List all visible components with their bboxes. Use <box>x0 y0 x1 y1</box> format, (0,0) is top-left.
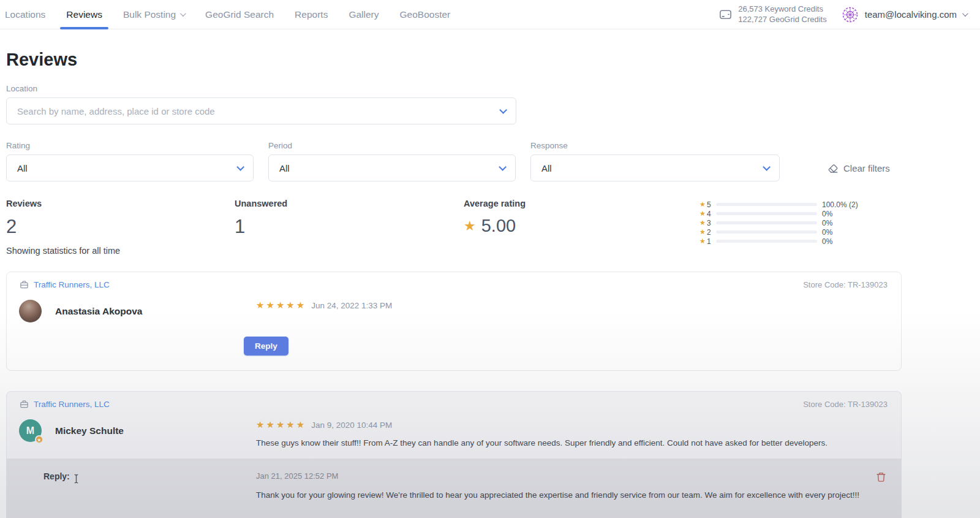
response-select[interactable]: All <box>530 154 780 181</box>
histogram-percent: 0% <box>822 210 832 218</box>
reviews-stat: Reviews 2 Showing statistics for all tim… <box>6 199 235 256</box>
star-icon: ★ <box>698 219 707 227</box>
clear-filters-label: Clear filters <box>843 163 890 173</box>
star-icon: ★ <box>276 300 284 311</box>
briefcase-icon <box>20 400 29 409</box>
location-placeholder: Search by name, address, place id or sto… <box>17 106 215 116</box>
nav-tab-label: GeoGrid Search <box>205 9 274 20</box>
account-menu[interactable]: team@localviking.com <box>841 6 967 24</box>
reply-content: Jan 21, 2025 12:52 PM Thank you for your… <box>256 471 865 501</box>
histogram-star-count: 2 <box>707 228 713 237</box>
review-card: Traffic Runners, LLC Store Code: TR-1390… <box>6 272 902 371</box>
histogram-bar-track <box>716 212 817 215</box>
reviewer-name: Mickey Schulte <box>55 425 124 436</box>
stats-period-note: Showing statistics for all time <box>6 246 235 256</box>
chevron-down-icon <box>236 163 244 171</box>
star-icon: ★ <box>256 419 264 430</box>
period-value: All <box>279 163 290 173</box>
histogram-star-count: 5 <box>707 200 713 209</box>
rating-stars: ★★★★★ <box>256 300 304 311</box>
nav-tab-geobooster[interactable]: GeoBooster <box>400 0 451 29</box>
nav-right-cluster: 26,573 Keyword Credits 122,727 GeoGrid C… <box>718 4 980 25</box>
credits-wallet-icon <box>718 7 733 21</box>
review-date: Jan 9, 2020 10:44 PM <box>311 421 392 430</box>
eraser-icon <box>828 164 838 173</box>
rating-filter-group: Rating All <box>6 141 254 181</box>
keyword-credits: 26,573 Keyword Credits <box>738 4 827 15</box>
histogram-row: ★1 0% <box>698 237 902 246</box>
histogram-bar-track <box>716 203 817 206</box>
review-author: Anastasia Akopova <box>19 300 256 322</box>
location-search-input[interactable]: Search by name, address, place id or sto… <box>6 97 516 124</box>
filters-row: Rating All Period All Response All <box>6 141 902 181</box>
account-email: team@localviking.com <box>865 9 957 20</box>
top-navigation: Locations Reviews Bulk Posting GeoGrid S… <box>0 0 980 29</box>
reviewer-initial: M <box>26 425 34 436</box>
reviews-stat-label: Reviews <box>6 199 235 208</box>
histogram-percent: 0% <box>822 237 832 246</box>
unanswered-stat-label: Unanswered <box>235 199 464 208</box>
histogram-bar-track <box>716 230 817 234</box>
reply-date: Jan 21, 2025 12:52 PM <box>256 471 865 481</box>
reviews-page: Reviews Location Search by name, address… <box>6 29 902 518</box>
reviewer-avatar: M ★ <box>19 419 42 442</box>
nav-tab-reports[interactable]: Reports <box>295 0 328 29</box>
delete-reply-button[interactable] <box>876 471 886 484</box>
star-icon: ★ <box>698 237 707 245</box>
histogram-bar-track <box>716 221 817 224</box>
star-icon: ★ <box>698 200 707 208</box>
star-icon: ★ <box>296 300 304 311</box>
nav-tab-gallery[interactable]: Gallery <box>349 0 379 29</box>
review-body: Anastasia Akopova ★★★★★ Jun 24, 2022 1:3… <box>7 289 901 322</box>
reply-button[interactable]: Reply <box>244 337 288 356</box>
unanswered-stat: Unanswered 1 <box>235 199 464 238</box>
page-title: Reviews <box>6 29 902 70</box>
chevron-down-icon <box>763 163 771 171</box>
rating-value: All <box>17 163 28 173</box>
reply-section: Reply: Jan 21, 2025 12:52 PM Thank you f… <box>7 459 901 518</box>
nav-tab-reviews[interactable]: Reviews <box>66 0 102 29</box>
review-card-header: Traffic Runners, LLC Store Code: TR-1390… <box>7 272 901 289</box>
histogram-percent: 100.0% (2) <box>822 200 858 209</box>
review-content: ★★★★★ Jan 9, 2020 10:44 PM These guys kn… <box>256 419 888 449</box>
histogram-star-count: 1 <box>707 237 713 246</box>
review-body: M ★ Mickey Schulte ★★★★★ Jan 9, 2020 10:… <box>7 409 901 449</box>
nav-tab-label: Locations <box>5 9 45 20</box>
nav-tab-geogrid-search[interactable]: GeoGrid Search <box>205 0 274 29</box>
chevron-down-icon <box>499 163 507 171</box>
chevron-down-icon <box>180 10 186 17</box>
histogram-row: ★4 0% <box>698 209 902 218</box>
star-icon: ★ <box>698 210 707 218</box>
histogram-row: ★5 100.0% (2) <box>698 200 902 209</box>
star-icon: ★ <box>464 218 476 234</box>
reviewer-name: Anastasia Akopova <box>55 306 142 317</box>
average-rating-stat: Average rating ★ 5.00 <box>464 199 698 236</box>
rating-label: Rating <box>6 141 254 150</box>
business-link[interactable]: Traffic Runners, LLC <box>20 400 110 409</box>
text-cursor-icon <box>73 474 80 484</box>
histogram-row: ★3 0% <box>698 218 902 227</box>
average-rating-label: Average rating <box>464 199 698 208</box>
business-link[interactable]: Traffic Runners, LLC <box>20 280 110 289</box>
clear-filters-button[interactable]: Clear filters <box>828 163 890 173</box>
rating-stars: ★★★★★ <box>256 419 304 430</box>
nav-tab-locations[interactable]: Locations <box>5 0 45 29</box>
histogram-star-count: 4 <box>707 210 713 218</box>
star-icon: ★ <box>286 419 294 430</box>
store-code: Store Code: TR-139023 <box>803 400 888 409</box>
unanswered-stat-value: 1 <box>235 216 464 238</box>
local-guide-badge-icon: ★ <box>35 435 43 444</box>
rating-select[interactable]: All <box>6 154 254 181</box>
review-card: Traffic Runners, LLC Store Code: TR-1390… <box>6 391 902 518</box>
period-label: Period <box>268 141 516 150</box>
period-select[interactable]: All <box>268 154 516 181</box>
star-icon: ★ <box>286 300 294 311</box>
nav-tab-bulk-posting[interactable]: Bulk Posting <box>123 0 184 29</box>
histogram-bar-track <box>716 240 817 243</box>
period-filter-group: Period All <box>268 141 516 181</box>
reviewer-avatar <box>19 300 42 322</box>
reply-text: Thank you for your glowing review! We're… <box>256 489 865 501</box>
stats-row: Reviews 2 Showing statistics for all tim… <box>6 199 902 256</box>
histogram-percent: 0% <box>822 219 832 227</box>
nav-tab-label: Reviews <box>66 9 102 20</box>
